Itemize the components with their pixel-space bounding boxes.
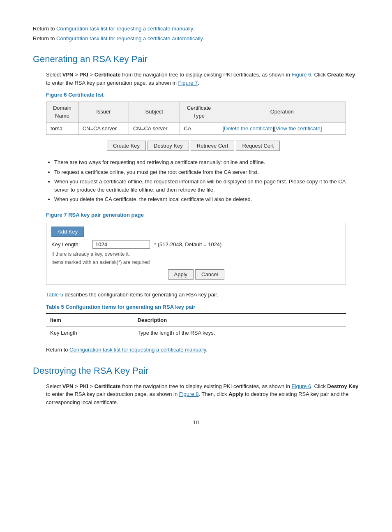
config-table: Item Description Key Length Type the len… (46, 313, 346, 339)
key-length-input[interactable] (92, 240, 150, 249)
apply-button[interactable]: Apply (168, 269, 194, 280)
table5-link[interactable]: Table 5 (46, 291, 63, 298)
section2-intro: Select VPN > PKI > Certificate from the … (46, 382, 359, 407)
bullet-item-1: There are two ways for requesting and re… (54, 158, 346, 167)
retrieve-cert-button[interactable]: Retrieve Cert (191, 141, 235, 151)
cell-domain: torsa (46, 122, 78, 135)
table5-wrap: Item Description Key Length Type the len… (46, 313, 346, 339)
fig7-key-length-row: Key Length: * (512-2048, Default = 1024) (51, 240, 341, 249)
table-row: torsa CN=CA server CN=CA server CA [Dele… (46, 122, 346, 135)
key-length-hint: * (512-2048, Default = 1024) (154, 241, 221, 249)
figure7-label: Figure 7 RSA key pair generation page (46, 211, 346, 219)
cert-button-row: Create Key Destroy Key Retrieve Cert Req… (107, 141, 346, 151)
fig6-link[interactable]: Figure 6 (292, 72, 311, 78)
fig7-wrap: Add Key Key Length: * (512-2048, Default… (46, 223, 346, 285)
section1-intro: Select VPN > PKI > Certificate from the … (46, 71, 359, 87)
destroy-key-button[interactable]: Destroy Key (148, 141, 189, 151)
col-domain: DomainName (46, 102, 78, 122)
bullet-item-2: To request a certificate online, you mus… (54, 168, 346, 176)
col-issuer: Issuer (78, 102, 129, 122)
bullet-item-4: When you delete the CA certificate, the … (54, 195, 346, 204)
cell-cert-type: CA (180, 122, 218, 135)
table-row: Key Length Type the length of the RSA ke… (46, 326, 346, 339)
col-cert-type: CertificateType (180, 102, 218, 122)
fig7-inner: Add Key Key Length: * (512-2048, Default… (46, 223, 346, 285)
table5-desc: Table 5 describes the configuration item… (46, 291, 346, 299)
fig6-link-2[interactable]: Figure 6 (292, 383, 311, 389)
cancel-button[interactable]: Cancel (195, 269, 224, 280)
fig8-link[interactable]: Figure 8 (179, 391, 199, 397)
config-item-1: Key Length (46, 326, 134, 339)
fig7-link[interactable]: Figure 7 (178, 80, 198, 86)
view-cert-link[interactable]: View the certificate (276, 125, 321, 132)
create-key-button[interactable]: Create Key (107, 141, 146, 151)
section1-title: Generating an RSA Key Pair (33, 52, 359, 66)
bullet-item-3: When you request a certificate offline, … (54, 178, 346, 194)
fig7-note1: If there is already a key, overwrite it. (51, 250, 341, 258)
section2-title: Destroying the RSA Key Pair (33, 364, 359, 377)
table5-label: Table 5 Configuration items for generati… (46, 303, 346, 311)
config-col-desc: Description (134, 314, 346, 326)
table5-desc-text: describes the configuration items for ge… (63, 291, 218, 298)
config-desc-1: Type the length of the RSA keys. (134, 326, 346, 339)
return-link-auto: Return to Configuration task list for re… (33, 35, 359, 43)
link-manual-2[interactable]: Configuration task list for requesting a… (69, 347, 206, 353)
cell-subject: CN=CA server (129, 122, 180, 135)
col-subject: Subject (129, 102, 180, 122)
return-link-section2: Return to Configuration task list for re… (46, 346, 346, 354)
return-link-manual: Return to Configuration task list for re… (33, 25, 359, 33)
add-key-button[interactable]: Add Key (51, 227, 84, 237)
link-auto[interactable]: Configuration task list for requesting a… (56, 35, 203, 42)
col-operation: Operation (218, 102, 346, 122)
cell-issuer: CN=CA server (78, 122, 129, 135)
bullet-list: There are two ways for requesting and re… (46, 158, 346, 204)
fig7-btn-row: Apply Cancel (51, 269, 341, 280)
key-length-label: Key Length: (51, 241, 92, 249)
config-col-item: Item (46, 314, 134, 326)
request-cert-button[interactable]: Request Cert (236, 141, 280, 151)
figure6-label: Figure 6 Certificate list (46, 91, 346, 99)
page-number: 10 (33, 419, 359, 427)
cert-table: DomainName Issuer Subject CertificateTyp… (46, 102, 346, 135)
delete-cert-link[interactable]: Delete the certificate (224, 125, 273, 132)
link-manual[interactable]: Configuration task list for requesting a… (56, 25, 193, 32)
cert-table-wrap: DomainName Issuer Subject CertificateTyp… (46, 102, 346, 135)
top-links: Return to Configuration task list for re… (33, 25, 359, 42)
fig7-note2: Items marked with an asterisk(*) are req… (51, 259, 341, 266)
cell-operation: [Delete the certificate][View the certif… (218, 122, 346, 135)
